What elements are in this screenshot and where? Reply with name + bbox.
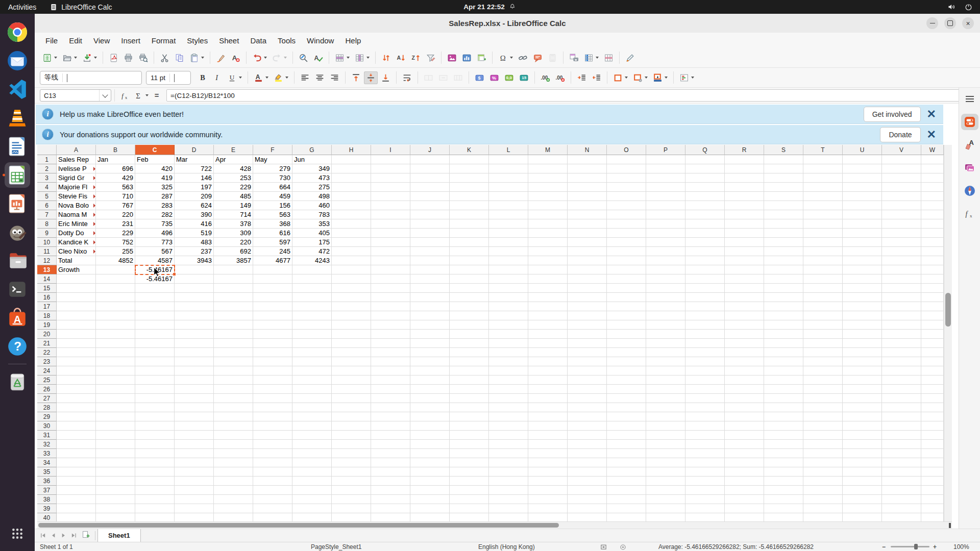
cell-J26[interactable] — [410, 385, 450, 394]
cell-N21[interactable] — [568, 339, 607, 348]
cell-B24[interactable] — [96, 366, 135, 375]
cell-A4[interactable]: Majorie Fl — [57, 183, 96, 192]
cell-E10[interactable]: 220 — [214, 238, 253, 247]
cell-P10[interactable] — [646, 238, 685, 247]
cell-I29[interactable] — [371, 412, 410, 421]
cell-Q34[interactable] — [685, 458, 725, 467]
cell-Q20[interactable] — [685, 330, 725, 339]
row-header-34[interactable]: 34 — [37, 458, 57, 467]
cell-C27[interactable] — [135, 394, 175, 403]
cell-J3[interactable] — [410, 173, 450, 183]
dropdown-caret[interactable] — [625, 77, 628, 79]
open-button[interactable] — [60, 52, 79, 64]
cell-N18[interactable] — [568, 311, 607, 320]
cell-L4[interactable] — [489, 183, 528, 192]
cell-S6[interactable] — [764, 201, 803, 210]
cell-D15[interactable] — [175, 284, 214, 293]
cell-A10[interactable]: Kandice K — [57, 238, 96, 247]
cell-U12[interactable] — [843, 256, 882, 265]
cell-I33[interactable] — [371, 449, 410, 458]
cell-L33[interactable] — [489, 449, 528, 458]
cell-I27[interactable] — [371, 394, 410, 403]
cell-G23[interactable] — [292, 357, 332, 366]
cell-S12[interactable] — [764, 256, 803, 265]
cell-O15[interactable] — [607, 284, 646, 293]
cell-G25[interactable] — [292, 375, 332, 385]
cell-M8[interactable] — [528, 219, 568, 229]
cell-W9[interactable] — [921, 229, 944, 238]
row-header-6[interactable]: 6 — [37, 201, 57, 210]
cell-U34[interactable] — [843, 458, 882, 467]
cell-H19[interactable] — [332, 320, 371, 330]
cell-B31[interactable] — [96, 431, 135, 440]
cell-D6[interactable]: 624 — [175, 201, 214, 210]
cell-D27[interactable] — [175, 394, 214, 403]
cell-E39[interactable] — [214, 504, 253, 513]
cell-F33[interactable] — [253, 449, 292, 458]
cell-S33[interactable] — [764, 449, 803, 458]
cell-N20[interactable] — [568, 330, 607, 339]
spreadsheet-grid[interactable]: ABCDEFGHIJKLMNOPQRSTUVW1Sales RepJanFebM… — [37, 145, 944, 521]
cell-C17[interactable] — [135, 302, 175, 311]
cell-V2[interactable] — [882, 164, 921, 173]
cell-F3[interactable]: 730 — [253, 173, 292, 183]
cell-O8[interactable] — [607, 219, 646, 229]
cell-T32[interactable] — [803, 440, 843, 449]
cell-V29[interactable] — [882, 412, 921, 421]
cell-I14[interactable] — [371, 274, 410, 284]
cell-Q12[interactable] — [685, 256, 725, 265]
select-all-corner[interactable] — [37, 145, 57, 155]
cell-G24[interactable] — [292, 366, 332, 375]
cell-P6[interactable] — [646, 201, 685, 210]
cell-M40[interactable] — [528, 513, 568, 521]
cell-D22[interactable] — [175, 348, 214, 357]
cell-Q14[interactable] — [685, 274, 725, 284]
cell-V1[interactable] — [882, 155, 921, 164]
cell-D10[interactable]: 483 — [175, 238, 214, 247]
cell-W28[interactable] — [921, 403, 944, 412]
cell-N32[interactable] — [568, 440, 607, 449]
cell-E2[interactable]: 428 — [214, 164, 253, 173]
cell-A7[interactable]: Naoma M — [57, 210, 96, 219]
cell-F17[interactable] — [253, 302, 292, 311]
cell-O5[interactable] — [607, 192, 646, 201]
cell-J13[interactable] — [410, 265, 450, 274]
cell-W40[interactable] — [921, 513, 944, 521]
cell-N16[interactable] — [568, 293, 607, 302]
cell-R2[interactable] — [725, 164, 764, 173]
cell-O36[interactable] — [607, 477, 646, 486]
row-header-28[interactable]: 28 — [37, 403, 57, 412]
cell-J35[interactable] — [410, 467, 450, 477]
cell-H10[interactable] — [332, 238, 371, 247]
cell-C32[interactable] — [135, 440, 175, 449]
donate-button[interactable]: Donate — [880, 127, 920, 142]
row-header-35[interactable]: 35 — [37, 467, 57, 477]
cell-E9[interactable]: 309 — [214, 229, 253, 238]
cell-S26[interactable] — [764, 385, 803, 394]
cell-A19[interactable] — [57, 320, 96, 330]
cell-C35[interactable] — [135, 467, 175, 477]
cell-D31[interactable] — [175, 431, 214, 440]
cell-N4[interactable] — [568, 183, 607, 192]
cell-J7[interactable] — [410, 210, 450, 219]
cell-K39[interactable] — [450, 504, 489, 513]
cell-O18[interactable] — [607, 311, 646, 320]
cell-R11[interactable] — [725, 247, 764, 256]
cell-W35[interactable] — [921, 467, 944, 477]
insert-chart-button[interactable] — [460, 52, 474, 64]
cell-B39[interactable] — [96, 504, 135, 513]
cell-F13[interactable] — [253, 265, 292, 274]
export-pdf-button[interactable] — [107, 52, 120, 64]
cell-W38[interactable] — [921, 495, 944, 504]
col-header-M[interactable]: M — [528, 145, 568, 155]
dropdown-caret[interactable] — [284, 57, 287, 59]
cell-R14[interactable] — [725, 274, 764, 284]
underline-button[interactable]: U — [225, 71, 244, 84]
cell-D39[interactable] — [175, 504, 214, 513]
cell-G33[interactable] — [292, 449, 332, 458]
sidebar-functions-button[interactable]: fx — [961, 206, 978, 222]
cell-I2[interactable] — [371, 164, 410, 173]
cell-V25[interactable] — [882, 375, 921, 385]
cell-F24[interactable] — [253, 366, 292, 375]
cell-U38[interactable] — [843, 495, 882, 504]
